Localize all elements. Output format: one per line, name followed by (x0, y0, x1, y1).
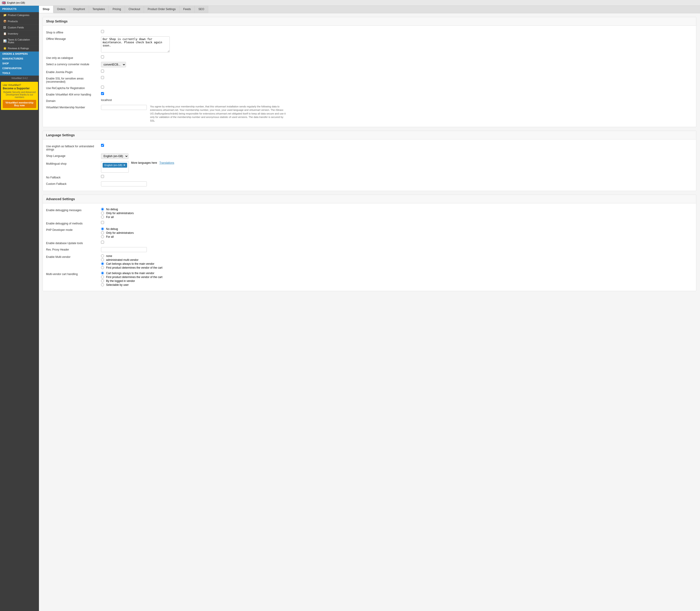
lang-tag-remove[interactable]: ✕ (123, 164, 125, 167)
cart-selectable-radio[interactable] (101, 283, 104, 286)
mv-first-product-option[interactable]: First product determines the vendor of t… (101, 266, 693, 269)
recaptcha-checkbox[interactable] (101, 86, 104, 89)
php-admin-option[interactable]: Only for administrators (101, 231, 693, 235)
sidebar-item-reviews[interactable]: ⭐ Reviews & Ratings (0, 45, 39, 51)
enable-ssl-checkbox[interactable] (101, 76, 104, 79)
translations-link[interactable]: Translations (160, 161, 174, 164)
sidebar: PRODUCTS 📁 Product Categories 📦 Products… (0, 6, 39, 611)
sidebar-shop-header[interactable]: SHOP (0, 61, 39, 66)
debug-no-radio[interactable] (101, 208, 104, 211)
membership-input[interactable] (101, 105, 147, 110)
debug-admin-option[interactable]: Only for administrators (101, 212, 693, 215)
enable-joomla-checkbox[interactable] (101, 70, 104, 73)
promo-button[interactable]: VirtueMart membership Buy now (3, 100, 36, 108)
php-no-option[interactable]: No debug (101, 227, 693, 230)
sidebar-item-inventory[interactable]: 📋 Inventory (0, 31, 39, 37)
shop-language-label: Shop Language (46, 153, 101, 158)
cart-main-radio[interactable] (101, 272, 104, 274)
php-developer-radio-group: No debug Only for administrators For all (101, 227, 693, 238)
use-english-fallback-row: Use english as fallback for untranslated… (46, 143, 693, 152)
tab-seo[interactable]: SEO (195, 6, 208, 13)
sidebar-orders-header[interactable]: ORDERS & SHOPPERS (0, 51, 39, 56)
tab-pricing[interactable]: Pricing (109, 6, 125, 13)
sidebar-item-products[interactable]: 📦 Products (0, 18, 39, 25)
tab-templates[interactable]: Templates (89, 6, 109, 13)
currency-converter-select[interactable]: convertECB... (101, 62, 126, 67)
sidebar-item-custom-fields[interactable]: 🖼 Custom Fields (0, 25, 39, 31)
cart-first-product-option[interactable]: First product determines the vendor of t… (101, 275, 693, 279)
enable-404-row: Enable VirtueMart 404 error handling (46, 91, 693, 97)
tab-orders[interactable]: Orders (54, 6, 70, 13)
domain-value: localhost (101, 98, 112, 102)
debug-admin-radio[interactable] (101, 212, 104, 214)
mv-none-option[interactable]: none (101, 254, 693, 258)
custom-fields-icon: 🖼 (3, 26, 6, 29)
mv-admin-option[interactable]: administrated multi-vendor (101, 258, 693, 262)
mv-first-product-radio[interactable] (101, 266, 104, 269)
no-fallback-checkbox[interactable] (101, 175, 104, 178)
enable-404-checkbox[interactable] (101, 92, 104, 95)
tab-shopfront[interactable]: Shopfront (70, 6, 89, 13)
sidebar-products-header[interactable]: PRODUCTS (0, 6, 39, 12)
cart-selectable-option[interactable]: Selectable by user (101, 283, 693, 286)
cart-main-option[interactable]: Cart belongs always to the main vendor (101, 272, 693, 275)
reviews-icon: ⭐ (3, 47, 6, 50)
offline-message-label: Offline Message (46, 36, 101, 41)
tab-shop[interactable]: Shop (39, 6, 54, 13)
sidebar-item-product-categories[interactable]: 📁 Product Categories (0, 12, 39, 18)
membership-label: VirtueMart Membership Number (46, 105, 101, 109)
custom-fallback-label: Custom Fallback (46, 181, 101, 185)
sidebar-item-taxes[interactable]: 📊 Taxes & Calculation Rules (0, 37, 39, 45)
use-catalogue-checkbox[interactable] (101, 56, 104, 58)
tab-feeds[interactable]: Feeds (180, 6, 195, 13)
domain-row: Domain localhost (46, 97, 693, 104)
db-update-row: Enable database Update tools (46, 240, 693, 246)
sidebar-tools-header[interactable]: TOOLS (0, 71, 39, 76)
sidebar-item-label: Product Categories (8, 14, 29, 16)
debugging-methods-checkbox[interactable] (101, 221, 104, 224)
shop-language-select[interactable]: English (en-GB) (101, 153, 129, 159)
sidebar-manufacturers-header[interactable]: MANUFACTURERS (0, 56, 39, 61)
language-settings-body: Use english as fallback for untranslated… (43, 139, 696, 191)
enable-404-control (101, 92, 693, 96)
cart-first-product-radio[interactable] (101, 275, 104, 279)
no-fallback-label: No Fallback (46, 175, 101, 179)
php-admin-radio[interactable] (101, 231, 104, 234)
tab-bar: Shop Orders Shopfront Templates Pricing … (39, 6, 700, 13)
shop-offline-label: Shop is offline (46, 30, 101, 34)
cart-logged-vendor-radio[interactable] (101, 279, 104, 282)
db-update-control (101, 241, 693, 244)
php-no-radio[interactable] (101, 227, 104, 230)
mv-cart-main-option[interactable]: Cart belongs always to the main vendor (101, 262, 693, 265)
mv-cart-main-radio[interactable] (101, 262, 104, 265)
sidebar-configuration-header[interactable]: CONFIGURATION (0, 66, 39, 71)
membership-note: You agree by entering your membership nu… (150, 105, 287, 122)
shop-settings-section: Shop Settings Shop is offline Offline Me… (43, 17, 696, 127)
cart-logged-vendor-option[interactable]: By the logged in vendor (101, 279, 693, 283)
php-all-option[interactable]: For all (101, 235, 693, 238)
php-all-radio[interactable] (101, 235, 104, 238)
tab-checkout[interactable]: Checkout (125, 6, 144, 13)
debug-no-option[interactable]: No debug (101, 208, 693, 211)
domain-label: Domain (46, 99, 101, 103)
rev-proxy-input[interactable] (101, 247, 147, 252)
sidebar-item-label: Taxes & Calculation Rules (8, 38, 36, 44)
promo-subtitle: Become a Supporter (3, 87, 36, 90)
lang-select-box[interactable]: English (en-GB) ✕ (101, 161, 129, 173)
mv-none-radio[interactable] (101, 254, 104, 257)
offline-message-textarea[interactable]: Our Shop is currently down for maintenan… (101, 36, 170, 53)
recaptcha-control (101, 86, 693, 89)
flag-icon: 🇬🇧 (2, 1, 6, 4)
debugging-messages-label: Enable debugging messages (46, 208, 101, 212)
mv-admin-radio[interactable] (101, 258, 104, 261)
shop-offline-row: Shop is offline (46, 29, 693, 35)
debug-all-option[interactable]: For all (101, 215, 693, 219)
shop-offline-checkbox[interactable] (101, 30, 104, 33)
db-update-checkbox[interactable] (101, 241, 104, 244)
debug-all-radio[interactable] (101, 215, 104, 219)
php-developer-control: No debug Only for administrators For all (101, 227, 693, 238)
use-english-fallback-checkbox[interactable] (101, 144, 104, 147)
tab-product-order-settings[interactable]: Product Order Settings (144, 6, 180, 13)
custom-fallback-input[interactable] (101, 181, 147, 187)
multilingual-tag-area: English (en-GB) ✕ More languages here Tr… (101, 161, 693, 173)
